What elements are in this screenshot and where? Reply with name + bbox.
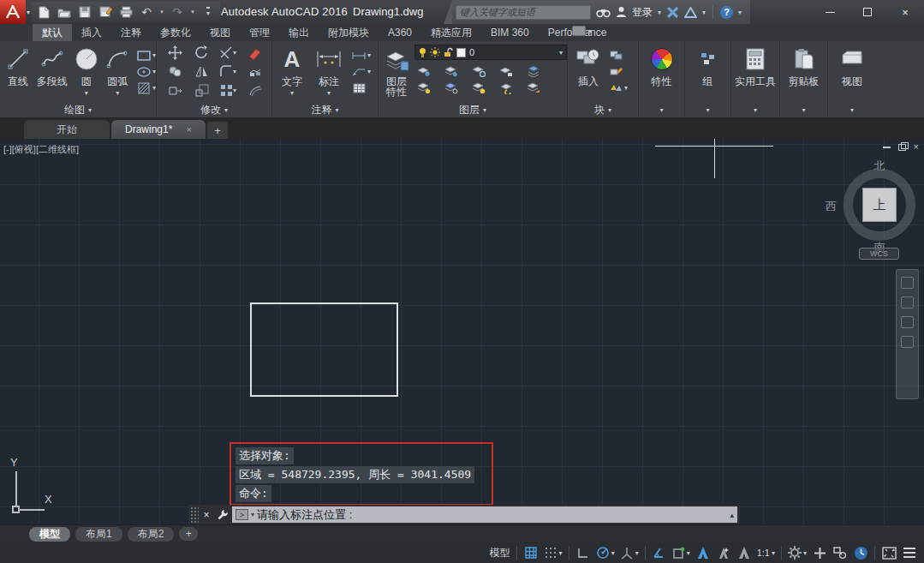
annotation-scale-current[interactable] xyxy=(694,544,712,561)
crosshair-plus-button[interactable] xyxy=(810,544,829,561)
grid-toggle[interactable] xyxy=(522,544,540,561)
panel-label-utilities[interactable]: ▾ xyxy=(731,102,779,117)
ribbon-display-icon[interactable] xyxy=(572,26,586,36)
minimize-button[interactable] xyxy=(811,0,849,24)
maximize-button[interactable] xyxy=(849,0,886,24)
dimension-dropdown-icon[interactable]: ▾ xyxy=(327,89,331,97)
layer-prev-button[interactable] xyxy=(526,81,541,95)
circle-dropdown-icon[interactable]: ▾ xyxy=(85,89,88,97)
ribbon-tab-bim360[interactable]: BIM 360 xyxy=(481,24,539,41)
arc-dropdown-icon[interactable]: ▾ xyxy=(116,89,119,97)
scale-tool-button[interactable] xyxy=(195,84,209,97)
isolate-objects-button[interactable] xyxy=(831,544,849,561)
ellipse-dropdown-icon[interactable]: ▾ xyxy=(152,68,156,75)
annotation-scale-sync[interactable] xyxy=(714,544,733,561)
dim-style-button[interactable] xyxy=(351,49,367,63)
text-tool-button[interactable]: A 文字 ▾ xyxy=(277,43,307,101)
panel-label-modify[interactable]: 修改 ▾ xyxy=(157,102,271,117)
ribbon-tab-home[interactable]: 默认 xyxy=(33,24,72,41)
offset-tool-button[interactable] xyxy=(248,84,262,97)
create-block-button[interactable] xyxy=(608,49,623,63)
graphics-performance-button[interactable] xyxy=(851,544,870,561)
scale-dropdown-icon[interactable]: ▾ xyxy=(772,549,775,557)
line-tool-button[interactable]: 直线 xyxy=(3,43,33,101)
command-recent-dropdown-icon[interactable]: ▾ xyxy=(251,511,254,518)
signin-label[interactable]: 登录 xyxy=(632,5,653,20)
plot-button[interactable] xyxy=(117,3,134,21)
panel-label-draw[interactable]: 绘图 ▾ xyxy=(0,102,156,117)
open-file-button[interactable] xyxy=(56,3,73,21)
exchange-apps-button[interactable] xyxy=(666,3,679,21)
search-button[interactable] xyxy=(596,3,611,21)
annotation-visibility-toggle[interactable] xyxy=(650,544,669,561)
copy-tool-button[interactable] xyxy=(169,65,182,78)
hatch-tool-button[interactable] xyxy=(136,81,152,95)
isodraft-toggle[interactable]: ▾ xyxy=(618,544,641,561)
close-button[interactable]: × xyxy=(886,0,924,24)
array-dropdown-icon[interactable]: ▾ xyxy=(233,87,236,94)
navigation-bar[interactable] xyxy=(896,269,919,399)
panel-label-annotate[interactable]: 注释 ▾ xyxy=(272,102,378,117)
panel-label-properties[interactable]: ▾ xyxy=(639,102,684,117)
ribbon-tab-view[interactable]: 视图 xyxy=(200,24,240,41)
model-space-toggle[interactable]: 模型 xyxy=(488,544,512,561)
layer-select-dropdown-icon[interactable]: ▾ xyxy=(559,49,563,57)
text-dropdown-icon[interactable]: ▾ xyxy=(290,89,294,97)
command-palette-close-button[interactable]: × xyxy=(199,509,214,521)
save-button[interactable] xyxy=(76,3,93,21)
command-prompt-icon[interactable]: > xyxy=(235,509,248,520)
snap-dropdown-icon[interactable]: ▾ xyxy=(559,549,563,557)
erase-tool-button[interactable] xyxy=(247,46,262,60)
rectangle-dropdown-icon[interactable]: ▾ xyxy=(152,51,156,59)
ellipse-tool-button[interactable] xyxy=(136,65,152,79)
redo-dropdown-icon[interactable]: ▾ xyxy=(189,9,196,15)
clipboard-button[interactable]: 剪贴板 xyxy=(789,43,820,101)
help-search-input[interactable] xyxy=(456,5,591,20)
hatch-dropdown-icon[interactable]: ▾ xyxy=(152,84,156,92)
help-dropdown-icon[interactable]: ▾ xyxy=(738,9,742,16)
a360-dropdown-icon[interactable]: ▾ xyxy=(702,9,706,16)
drawn-rectangle[interactable] xyxy=(250,302,398,397)
orbit-icon[interactable] xyxy=(901,336,914,348)
signin-dropdown-icon[interactable]: ▾ xyxy=(658,9,661,16)
file-tab-drawing1[interactable]: Drawing1* × xyxy=(111,120,206,139)
undo-button[interactable]: ↶ xyxy=(138,3,155,21)
customization-menu-button[interactable] xyxy=(900,544,919,561)
panel-label-view[interactable]: ▾ xyxy=(828,102,876,117)
ribbon-tab-parametric[interactable]: 参数化 xyxy=(151,24,200,41)
layer-match-button[interactable] xyxy=(526,64,541,78)
view-button[interactable]: 视图 xyxy=(841,43,863,101)
ribbon-tab-addins[interactable]: 附加模块 xyxy=(319,24,379,41)
signin-button[interactable] xyxy=(616,3,627,21)
layer-on-button[interactable] xyxy=(416,81,432,95)
tab-model[interactable]: 模型 xyxy=(29,527,70,542)
ribbon-tab-a360[interactable]: A360 xyxy=(379,24,421,41)
insert-block-button[interactable]: 插入 xyxy=(571,43,605,101)
polar-dropdown-icon[interactable]: ▾ xyxy=(611,549,615,557)
file-tab-close-icon[interactable]: × xyxy=(187,124,192,135)
command-history-expand-icon[interactable]: ▴ xyxy=(730,511,734,519)
leader-dropdown-icon[interactable]: ▾ xyxy=(367,68,371,75)
file-tab-start[interactable]: 开始 xyxy=(24,120,110,139)
trim-dropdown-icon[interactable]: ▾ xyxy=(233,49,236,57)
layer-properties-button[interactable]: 图层 特性 xyxy=(382,45,411,103)
layer-thaw-button[interactable] xyxy=(444,81,459,95)
new-layout-button[interactable]: + xyxy=(179,527,198,541)
new-drawing-tab-button[interactable]: + xyxy=(207,122,228,139)
isodraft-dropdown-icon[interactable]: ▾ xyxy=(635,549,639,557)
polyline-tool-button[interactable]: 多段线 xyxy=(34,43,70,101)
explode-tool-button[interactable] xyxy=(248,65,262,78)
annotation-scale-figure[interactable] xyxy=(735,544,754,561)
layer-unlock-button[interactable] xyxy=(471,81,486,95)
panel-label-groups[interactable]: ▾ xyxy=(685,102,730,117)
rectangle-tool-button[interactable] xyxy=(136,49,152,63)
viewcube-top-face[interactable]: 上 xyxy=(862,188,897,222)
block-attributes-button[interactable] xyxy=(608,81,623,95)
mirror-tool-button[interactable] xyxy=(194,65,209,78)
panel-label-layers[interactable]: 图层 ▾ xyxy=(379,102,567,117)
fillet-dropdown-icon[interactable]: ▾ xyxy=(233,68,236,75)
panel-label-clipboard[interactable]: ▾ xyxy=(780,102,827,117)
layer-freeze-button[interactable] xyxy=(471,64,486,78)
viewport-controls-label[interactable]: [-][俯视][二维线框] xyxy=(3,143,79,156)
arc-tool-button[interactable]: 圆弧 ▾ xyxy=(103,43,133,101)
